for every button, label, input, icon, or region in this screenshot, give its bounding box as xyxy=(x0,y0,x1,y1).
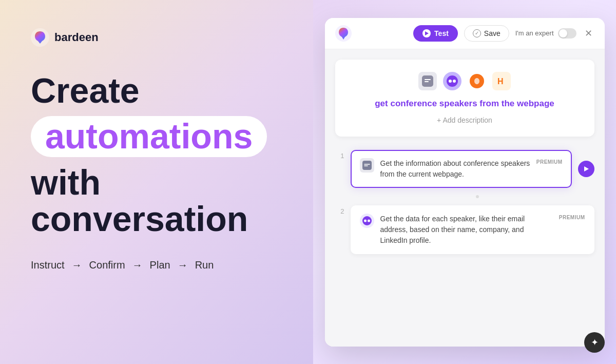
integration-icon-2 xyxy=(443,72,461,90)
svg-point-11 xyxy=(368,219,370,222)
arrow-2: → xyxy=(132,259,143,271)
step-item-1: 1 Get the information about conference s… xyxy=(335,145,594,193)
step-1-text: Get the information about conference spe… xyxy=(380,158,530,180)
app-logo-icon xyxy=(335,25,352,42)
step-run: Run xyxy=(195,259,214,271)
svg-text:H: H xyxy=(497,77,504,86)
save-label: Save xyxy=(484,29,500,37)
hero-highlight-wrapper: automations xyxy=(31,116,267,157)
app-header: Test ✓ Save I'm an expert ✕ xyxy=(325,18,605,49)
hero-line2: with conversation xyxy=(31,164,282,238)
connector-dot xyxy=(476,195,479,198)
app-window: Test ✓ Save I'm an expert ✕ xyxy=(325,18,605,347)
step-1-icon xyxy=(360,158,374,173)
test-play-icon xyxy=(422,29,431,37)
right-panel: Test ✓ Save I'm an expert ✕ xyxy=(313,0,616,364)
steps-row: Instruct → Confirm → Plan → Run xyxy=(31,259,282,271)
hubspot-icon: H xyxy=(492,72,511,90)
play-triangle xyxy=(425,31,429,35)
save-button[interactable]: ✓ Save xyxy=(464,25,509,42)
add-description-label: + Add description xyxy=(437,116,492,124)
svg-point-5 xyxy=(453,80,456,83)
automation-title: get conference speakers from the webpage xyxy=(350,99,580,109)
step-confirm: Confirm xyxy=(89,259,125,271)
svg-point-4 xyxy=(449,80,452,83)
add-description-btn[interactable]: + Add description xyxy=(350,116,580,124)
expert-label: I'm an expert xyxy=(515,29,554,37)
bardeen-logo-icon xyxy=(31,28,49,47)
toggle-thumb xyxy=(559,29,567,37)
hero-text: Create automations with conversation xyxy=(31,72,282,238)
steps-container: 1 Get the information about conference s… xyxy=(335,145,594,259)
svg-point-3 xyxy=(447,75,458,87)
logo-text: bardeen xyxy=(54,31,99,44)
step-card-2[interactable]: Get the data for each speaker, like thei… xyxy=(351,205,594,254)
step-2-icon xyxy=(360,214,374,228)
step-number-1: 1 xyxy=(335,152,344,160)
step-2-text: Get the data for each speaker, like thei… xyxy=(380,214,553,246)
toggle-track[interactable] xyxy=(558,28,576,39)
hero-highlight: automations xyxy=(45,117,253,156)
integration-icon-3 xyxy=(468,72,486,90)
logo-area: bardeen xyxy=(31,28,282,47)
automation-card: H get conference speakers from the webpa… xyxy=(335,60,594,137)
magic-icon: ✦ xyxy=(591,337,599,347)
step-instruct: Instruct xyxy=(31,259,65,271)
step-item-2: 2 Get the data for each speaker, like th… xyxy=(335,200,594,259)
svg-rect-8 xyxy=(362,161,372,170)
arrow-1: → xyxy=(72,259,82,271)
left-panel: bardeen Create automations with conversa… xyxy=(0,0,313,364)
arrow-3: → xyxy=(178,259,188,271)
expert-toggle[interactable]: I'm an expert xyxy=(515,28,576,39)
step-1-run-button[interactable] xyxy=(578,161,594,177)
step-2-premium: PREMIUM xyxy=(559,215,585,220)
svg-point-9 xyxy=(362,216,372,225)
step-number-2: 2 xyxy=(335,207,344,215)
app-body: H get conference speakers from the webpa… xyxy=(325,49,605,347)
step-card-1[interactable]: Get the information about conference spe… xyxy=(351,150,572,188)
test-label: Test xyxy=(434,29,449,37)
test-button[interactable]: Test xyxy=(413,25,458,42)
scraper-icon xyxy=(418,72,437,90)
step-1-run-icon xyxy=(584,166,589,171)
save-check-icon: ✓ xyxy=(473,29,481,37)
close-button[interactable]: ✕ xyxy=(583,29,594,38)
svg-point-10 xyxy=(364,219,367,222)
integration-icons: H xyxy=(350,72,580,90)
step-plan: Plan xyxy=(150,259,170,271)
step-1-premium: PREMIUM xyxy=(536,159,563,165)
hero-line1: Create xyxy=(31,72,282,109)
